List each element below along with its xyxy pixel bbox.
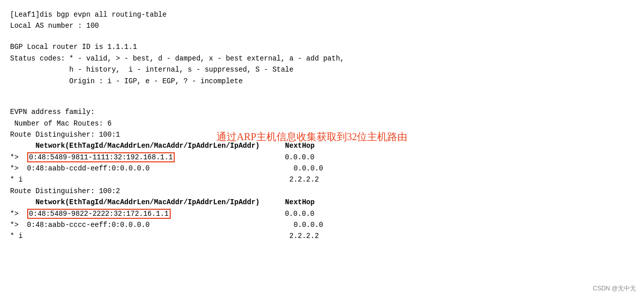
boxed-network-1: 0:48:5489-9811-1111:32:192.168.1.1: [27, 152, 175, 162]
rd2-row-1: *> 0:48:5489-9822-2222:32:172.16.1.1 0.0…: [10, 208, 634, 219]
line-5: h - history, i - internal, s - suppresse…: [10, 64, 634, 75]
terminal-output: [Leaf1]dis bgp evpn all routing-table Lo…: [0, 0, 644, 251]
rd1-row-3: * i 2.2.2.2: [10, 174, 634, 185]
rd2-label: Route Distinguisher: 100:2: [10, 186, 634, 197]
annotation-label: 通过ARP主机信息收集获取到32位主机路由: [217, 130, 407, 144]
evpn-family: EVPN address family:: [10, 106, 634, 117]
rd2-row-2: *> 0:48:aabb-cccc-eeff:0:0.0.0.0 0.0.0.0: [10, 219, 634, 230]
line-4: Status codes: * - valid, > - best, d - d…: [10, 53, 634, 64]
blank-2: [10, 87, 634, 97]
mac-routes: Number of Mac Routes: 6: [10, 118, 634, 129]
line-2: Local AS number : 100: [10, 20, 634, 31]
blank-3: [10, 97, 634, 107]
rd1-row-2: *> 0:48:aabb-ccdd-eeff:0:0.0.0.0 0.0.0.0: [10, 163, 634, 174]
line-3: BGP Local router ID is 1.1.1.1: [10, 41, 634, 52]
rd1-row-1: *> 0:48:5489-9811-1111:32:192.168.1.1 0.…: [10, 152, 634, 163]
blank-1: [10, 32, 634, 42]
line-1: [Leaf1]dis bgp evpn all routing-table: [10, 9, 634, 20]
watermark: CSDN @无中无: [593, 284, 636, 293]
boxed-network-2: 0:48:5489-9822-2222:32:172.16.1.1: [27, 209, 171, 219]
table-header-2: Network(EthTagId/MacAddrLen/MacAddr/IpAd…: [10, 197, 634, 208]
rd2-row-3: * i 2.2.2.2: [10, 230, 634, 242]
line-6: Origin : i - IGP, e - EGP, ? - incomplet…: [10, 76, 634, 87]
